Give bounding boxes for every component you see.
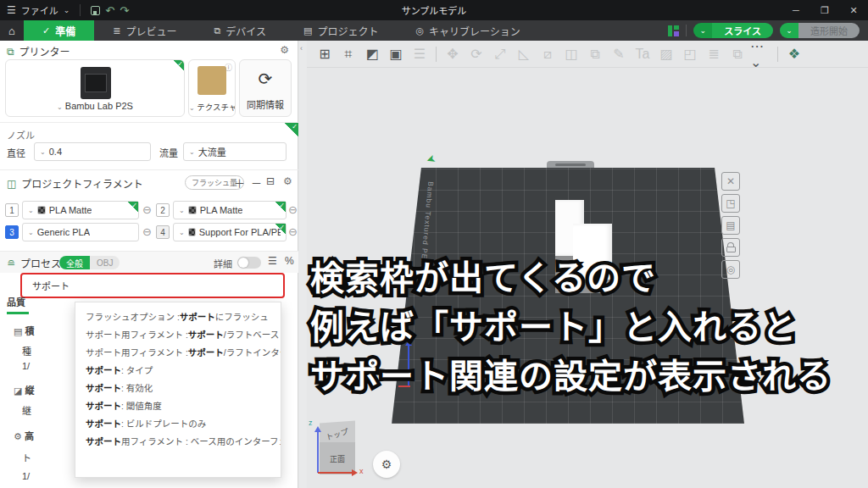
- app-window: ☰ ファイル ⌄ ↶ ↷ サンプルモデル ─ ❐ ✕ ⌂ ✓ 準備 ≣ プレビュ…: [0, 0, 868, 488]
- tab-calibration[interactable]: ◎ キャリブレーション: [397, 20, 538, 41]
- remove-slot-icon[interactable]: ⊖: [142, 203, 152, 216]
- parameter-search-input[interactable]: サポート: [20, 273, 285, 298]
- search-result-item[interactable]: サポート : ビルドプレートのみ: [75, 414, 281, 432]
- home-button[interactable]: ⌂: [0, 20, 24, 41]
- filament-select-4[interactable]: ✓ ⌄ Support For PLA/PE...: [173, 223, 287, 241]
- clone-icon[interactable]: ⧉: [726, 44, 748, 64]
- maximize-button[interactable]: ❐: [810, 0, 839, 20]
- search-result-item[interactable]: サポート : タイプ: [75, 361, 281, 379]
- add-model-icon[interactable]: ⊞: [314, 44, 336, 64]
- rotate-icon[interactable]: ⟳: [465, 44, 487, 64]
- tab-preview[interactable]: ≣ プレビュー: [94, 20, 195, 41]
- layout-icon[interactable]: ☰: [409, 44, 431, 64]
- filament-select-2[interactable]: ✓ ⌄ PLA Matte: [173, 201, 287, 219]
- search-result-item[interactable]: サポート用フィラメント : サポート/ラフトベース: [75, 325, 281, 343]
- redo-icon[interactable]: ↷: [120, 4, 129, 17]
- param-list-icon[interactable]: ☰: [268, 255, 277, 267]
- printer-image: [81, 67, 111, 99]
- arrange-icon[interactable]: ▣: [385, 44, 407, 64]
- viewport-settings-button[interactable]: ⚙: [373, 451, 400, 478]
- print-button[interactable]: ⌄ 造形開始: [780, 23, 860, 38]
- scope-global[interactable]: 全般: [59, 256, 90, 269]
- split-icon[interactable]: ⧉: [584, 44, 606, 64]
- process-scope-switch[interactable]: 全般 OBJ: [59, 256, 120, 269]
- file-menu[interactable]: ファイル: [21, 3, 58, 17]
- chevron-down-icon[interactable]: ⌄: [64, 6, 70, 14]
- filament-slot-number-selected[interactable]: 3: [5, 225, 19, 239]
- remove-filament-icon[interactable]: －: [251, 175, 262, 191]
- tab-prepare[interactable]: ✓ 準備: [24, 20, 94, 41]
- search-result-item[interactable]: サポート : 有効化: [75, 379, 281, 396]
- more-icon[interactable]: ⋯⌄: [750, 44, 772, 64]
- tab-device[interactable]: ⧉ デバイス: [195, 20, 285, 41]
- chevron-down-icon[interactable]: ⌄: [189, 104, 195, 112]
- search-result-item[interactable]: サポート用フィラメント : ベース用のインターフェイスフィラメントを回避: [75, 432, 281, 450]
- delete-plate-button[interactable]: ✕: [721, 172, 740, 191]
- flow-select[interactable]: ⌄ 大流量: [183, 142, 287, 161]
- plate-settings-button[interactable]: ▤: [721, 216, 740, 235]
- lay-on-face-icon[interactable]: ◺: [513, 44, 535, 64]
- text-icon[interactable]: Ta: [632, 44, 654, 64]
- add-filament-icon[interactable]: ＋: [234, 175, 245, 191]
- sync-info-card[interactable]: ⟳ 同期情報: [239, 59, 292, 117]
- hamburger-menu-icon[interactable]: ☰: [7, 4, 16, 16]
- compare-params-icon[interactable]: %: [285, 255, 294, 267]
- auto-orient-icon[interactable]: ◩: [361, 44, 383, 64]
- advanced-toggle[interactable]: [237, 257, 261, 269]
- lock-plate-button[interactable]: [721, 238, 740, 257]
- add-plate-icon[interactable]: ⌗: [337, 44, 359, 64]
- preview-icon: ≣: [113, 25, 120, 36]
- filament-select-1[interactable]: ✓ ⌄ PLA Matte: [22, 201, 139, 219]
- fill-icon[interactable]: ▨: [655, 44, 677, 64]
- printer-settings-gear-icon[interactable]: ⚙: [280, 44, 289, 56]
- assembly-view-icon[interactable]: ❖: [783, 44, 805, 64]
- cube-top-label[interactable]: トップ: [325, 425, 349, 442]
- cube-front-label[interactable]: 正面: [320, 442, 355, 474]
- minimize-button[interactable]: ─: [782, 0, 810, 20]
- variable-layer-height-icon[interactable]: ≣: [703, 44, 725, 64]
- remove-slot-icon[interactable]: ⊖: [142, 225, 152, 238]
- calibration-icon: ◎: [415, 25, 424, 36]
- search-result-item[interactable]: フラッシュオプション : サポートにフラッシュ: [75, 308, 281, 325]
- scope-objects[interactable]: OBJ: [90, 256, 120, 269]
- search-result-item[interactable]: サポート用フィラメント : サポート/ラフトインターフェース: [75, 343, 281, 361]
- move-icon[interactable]: ✥: [442, 44, 464, 64]
- filament-select-3[interactable]: ⌄ Generic PLA: [22, 223, 139, 241]
- save-icon[interactable]: [91, 6, 100, 15]
- filament-slot-number[interactable]: 2: [156, 203, 170, 217]
- build-plate-card[interactable]: ⓘ ⌄ テクスチャ...: [188, 59, 236, 117]
- undo-icon[interactable]: ↶: [105, 4, 114, 17]
- filament-settings-gear-icon[interactable]: ⚙: [283, 175, 292, 187]
- plate-type-button[interactable]: ◎: [721, 260, 740, 279]
- prepare-side-panel: ⧉ プリンター ⚙ ✓ ⌄ Bambu Lab P2S ⓘ ⌄ テクスチャ...…: [0, 41, 298, 488]
- printer-card[interactable]: ✓ ⌄ Bambu Lab P2S: [5, 59, 185, 117]
- nozzle-diameter-select[interactable]: ⌄ 0.4: [34, 142, 151, 161]
- close-button[interactable]: ✕: [839, 0, 868, 20]
- layer-group-icon: ▤: [14, 326, 22, 336]
- navigation-cube[interactable]: トップ 正面: [320, 422, 355, 474]
- remove-slot-icon[interactable]: ⊖: [288, 203, 298, 216]
- filament-sync-icon[interactable]: ⊟: [266, 175, 275, 187]
- search-result-item[interactable]: サポート : 閾値角度: [75, 396, 281, 414]
- slice-dropdown-chevron[interactable]: ⌄: [693, 23, 712, 38]
- scale-icon[interactable]: ⤢: [489, 44, 511, 64]
- negative-part-icon[interactable]: ◰: [679, 44, 701, 64]
- filament-slot-number[interactable]: 1: [5, 203, 19, 217]
- mirror-icon[interactable]: ◫: [560, 44, 582, 64]
- remove-slot-icon[interactable]: ⊖: [288, 225, 298, 238]
- paint-icon[interactable]: ✎: [608, 44, 630, 64]
- layout-switch-icon[interactable]: [668, 25, 679, 36]
- x-axis-label: x: [359, 467, 364, 475]
- collapse-arrow-icon: ‹: [300, 44, 303, 53]
- auto-orient-plate-button[interactable]: ◳: [721, 194, 740, 213]
- info-icon[interactable]: ⓘ: [225, 62, 232, 73]
- filament-slot-number[interactable]: 4: [156, 225, 170, 239]
- slice-button[interactable]: ⌄ スライス: [693, 23, 773, 38]
- sync-info-label: 同期情報: [240, 97, 291, 111]
- tab-project[interactable]: ▤ プロジェクト: [285, 20, 397, 41]
- cut-icon[interactable]: ⧄: [537, 44, 559, 64]
- chevron-down-icon[interactable]: ⌄: [57, 103, 63, 111]
- tab-quality[interactable]: 品質: [7, 295, 25, 308]
- panel-collapse-gutter[interactable]: ‹: [299, 41, 307, 488]
- print-dropdown-chevron[interactable]: ⌄: [780, 23, 798, 38]
